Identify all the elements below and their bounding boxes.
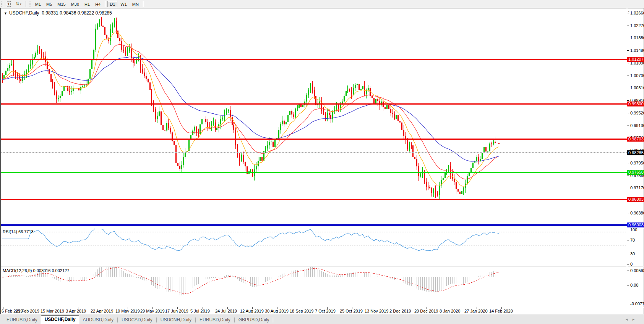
price-tick: [627, 26, 629, 26]
rsi-tick-label: 30: [630, 251, 635, 256]
price-tick-label: 0.99520: [630, 111, 644, 115]
price-axis-line: [627, 8, 627, 307]
level-price-badge: 0.96008: [627, 222, 644, 227]
date-label: 15 Mar 2019: [41, 309, 64, 313]
rsi-tick-label: 70: [630, 238, 635, 242]
price-tick-label: 0.99130: [630, 123, 644, 128]
date-label: 13 Nov 2019: [365, 309, 388, 313]
level-price-badge: 0.98703: [627, 137, 644, 142]
price-tick: [627, 76, 629, 76]
timeframe-button-m15[interactable]: M15: [55, 1, 68, 7]
timeframe-button-m30[interactable]: M30: [69, 1, 81, 7]
price-tick: [627, 50, 629, 51]
chevron-down-icon: ▼: [4, 11, 7, 15]
tabs-scroll-right-icon[interactable]: ►: [632, 318, 639, 321]
chart-window[interactable]: ▼USDCHF,Daily 0.98331 0.98436 0.98222 0.…: [0, 8, 644, 314]
mt4-window: T ⇅ ▾ M1M5M15M30H1H4D1W1MN ▼USDCHF,Daily…: [0, 0, 644, 324]
current-price-badge: 0.98285: [627, 150, 644, 155]
tab-separator: [117, 318, 118, 322]
timeframe-button-h1[interactable]: H1: [82, 1, 92, 7]
macd-tick-label: 0.00: [630, 283, 638, 287]
tab-usdcnh-daily[interactable]: USDCNH,Daily: [157, 316, 195, 324]
price-tick: [627, 176, 629, 176]
toolbar-grip[interactable]: [29, 2, 31, 7]
current-price-line: [1, 152, 627, 153]
date-label: 10 May 2019: [115, 309, 140, 313]
price-tick: [627, 100, 629, 101]
date-label: 30 Aug 2019: [265, 309, 289, 313]
horizontal-level-line[interactable]: [1, 59, 627, 60]
date-label: 14 Feb 2020: [489, 309, 513, 313]
chart-title: ▼USDCHF,Daily 0.98331 0.98436 0.98222 0.…: [4, 10, 112, 16]
macd-tick-label: 0.005986: [630, 268, 644, 273]
timeframe-button-h4[interactable]: H4: [93, 1, 103, 7]
price-tick: [627, 63, 629, 63]
macd-tick-label: -0.007737: [630, 301, 644, 306]
rsi-pane-canvas[interactable]: [1, 228, 627, 266]
chart-symbol: USDCHF,Daily: [9, 10, 39, 16]
timeframe-button-m1[interactable]: M1: [33, 1, 43, 7]
toolbar-grip[interactable]: [1, 2, 3, 7]
sort-arrows-icon: ⇅: [16, 2, 19, 6]
tab-separator: [156, 318, 157, 322]
price-tick-label: 1.00310: [630, 85, 644, 90]
macd-tick: [627, 271, 629, 271]
date-label: 20 Dec 2019: [414, 309, 438, 313]
price-tick-label: 0.96380: [630, 211, 644, 215]
level-price-badge: 0.97658: [627, 170, 644, 175]
macd-label: MACD(12,26,9) 0.003016 0.002127: [3, 268, 69, 273]
horizontal-level-line[interactable]: [1, 199, 627, 200]
price-tick: [627, 213, 629, 213]
rsi-tick: [627, 264, 629, 264]
tab-separator: [234, 318, 235, 322]
date-label: 24 Jul 2019: [215, 309, 237, 313]
toolbar-separator: [143, 1, 144, 7]
rsi-tick-label: 0: [630, 262, 633, 266]
timeframe-button-d1[interactable]: D1: [107, 1, 117, 7]
tab-usdchf-daily[interactable]: USDCHF,Daily: [41, 315, 79, 324]
toolbar-separator: [26, 1, 26, 7]
price-tick: [627, 163, 629, 163]
timeframe-toolbar: M1M5M15M30H1H4D1W1MN: [32, 1, 145, 7]
horizontal-level-line[interactable]: [1, 224, 627, 226]
toolbar: T ⇅ ▾ M1M5M15M30H1H4D1W1MN: [0, 0, 644, 8]
date-label: 25 Feb 2019: [16, 309, 39, 313]
scroll-to-end-icon[interactable]: ▴: [628, 10, 629, 13]
pane-separator: [1, 307, 644, 308]
horizontal-level-line[interactable]: [1, 172, 627, 173]
tab-eurusd-daily[interactable]: EURUSD,Daily: [3, 316, 41, 324]
tab-separator: [195, 318, 196, 322]
text-tool-button[interactable]: T: [5, 1, 13, 7]
pane-separator[interactable]: [1, 266, 644, 267]
horizontal-level-line[interactable]: [1, 139, 627, 140]
price-chart-canvas[interactable]: [1, 9, 627, 227]
price-tick-label: 1.01480: [630, 48, 644, 53]
text-tool-icon: T: [7, 1, 10, 7]
pane-separator[interactable]: [1, 228, 644, 229]
tab-usdcad-daily[interactable]: USDCAD,Daily: [118, 316, 156, 324]
price-tick-label: 1.01880: [630, 35, 644, 40]
level-price-badge: 1.01207: [627, 57, 644, 62]
tab-audusd-daily[interactable]: AUDUSD,Daily: [79, 316, 117, 324]
cursor-tool-button[interactable]: ⇅ ▾: [13, 1, 24, 7]
macd-pane-canvas[interactable]: [1, 266, 627, 307]
tab-eurusd-daily[interactable]: EURUSD,Daily: [196, 316, 234, 324]
macd-tick: [627, 285, 629, 285]
price-tick-label: 1.02660: [630, 11, 644, 15]
chart-tab-bar: EURUSD,DailyUSDCHF,DailyAUDUSD,DailyUSDC…: [0, 314, 644, 324]
rsi-tick: [627, 240, 629, 240]
price-tick: [627, 13, 629, 13]
date-label: 17 Jun 2019: [165, 309, 188, 313]
date-label: 8 Jan 2020: [440, 309, 460, 313]
timeframe-button-mn[interactable]: MN: [130, 1, 141, 7]
timeframe-button-w1[interactable]: W1: [118, 1, 129, 7]
tab-scroll-arrows[interactable]: ◄►: [625, 318, 639, 321]
rsi-tick: [627, 254, 629, 254]
tab-gbpusd-daily[interactable]: GBPUSD,Daily: [235, 316, 273, 324]
date-label: 18 Sep 2019: [290, 309, 313, 313]
date-label: 29 May 2019: [140, 309, 165, 313]
timeframe-button-m5[interactable]: M5: [44, 1, 54, 7]
rsi-tick-label: 100: [630, 227, 637, 232]
tabs-scroll-left-icon[interactable]: ◄: [625, 318, 632, 321]
horizontal-level-line[interactable]: [1, 103, 627, 105]
